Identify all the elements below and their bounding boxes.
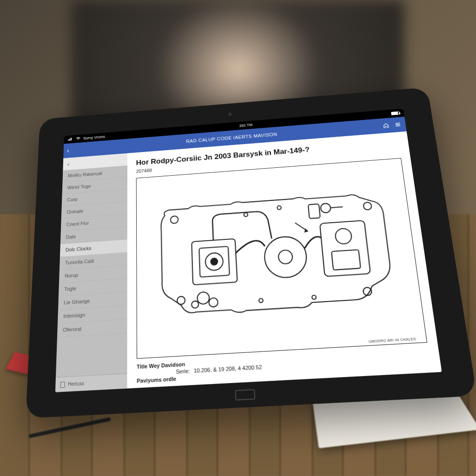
sidebar-list: Mniliry Ræanual Wiriel Toge Curp Oninale… bbox=[56, 165, 127, 377]
svg-point-26 bbox=[259, 298, 263, 303]
svg-point-24 bbox=[244, 213, 248, 217]
sidebar-footer-button[interactable]: Hericas bbox=[55, 373, 127, 392]
tablet-home-button[interactable] bbox=[235, 389, 255, 401]
svg-rect-0 bbox=[68, 139, 69, 141]
svg-point-23 bbox=[192, 301, 198, 308]
svg-point-8 bbox=[177, 296, 185, 304]
svg-rect-3 bbox=[395, 123, 400, 124]
meta-partnum-label: Paviyums ordle bbox=[137, 376, 180, 384]
mechanical-diagram bbox=[137, 159, 427, 358]
home-icon[interactable] bbox=[383, 122, 390, 128]
svg-point-17 bbox=[335, 228, 352, 245]
svg-point-13 bbox=[210, 258, 218, 266]
svg-rect-1 bbox=[69, 139, 70, 140]
svg-point-21 bbox=[197, 292, 209, 304]
svg-point-20 bbox=[320, 203, 331, 213]
sidebar: ‹ Mniliry Ræanual Wiriel Toge Curp Onina… bbox=[55, 153, 127, 392]
status-time: 291 TM bbox=[239, 123, 252, 128]
svg-rect-2 bbox=[71, 138, 72, 140]
svg-rect-4 bbox=[396, 124, 400, 125]
tablet-camera bbox=[228, 112, 232, 116]
svg-point-25 bbox=[277, 206, 281, 210]
svg-point-14 bbox=[264, 236, 308, 279]
tablet-device: Survy Vroms 291 TM ‹ RAD CALUP CODE IAER… bbox=[26, 87, 476, 418]
svg-rect-5 bbox=[396, 126, 400, 126]
signal-icon bbox=[68, 137, 73, 141]
svg-point-22 bbox=[209, 298, 218, 307]
battery-icon bbox=[391, 112, 399, 115]
document-icon bbox=[60, 382, 65, 388]
back-button[interactable]: ‹ bbox=[67, 143, 72, 158]
chevron-left-icon: ‹ bbox=[67, 147, 70, 154]
app-title: RAD CALUP CODE IAERTS MAVISON bbox=[186, 132, 277, 144]
svg-rect-19 bbox=[308, 204, 320, 219]
menu-icon[interactable] bbox=[394, 121, 401, 127]
svg-point-7 bbox=[363, 202, 372, 210]
svg-rect-18 bbox=[331, 250, 361, 270]
wifi-icon bbox=[76, 136, 81, 141]
app-screen: Survy Vroms 291 TM ‹ RAD CALUP CODE IAER… bbox=[55, 109, 442, 392]
carrier-label: Survy Vroms bbox=[83, 135, 105, 140]
chevron-left-icon: ‹ bbox=[67, 161, 69, 167]
svg-point-15 bbox=[278, 250, 293, 264]
diagram-container[interactable]: UMODRO ARI IN CHALES bbox=[136, 158, 427, 359]
svg-point-6 bbox=[171, 216, 178, 224]
svg-point-27 bbox=[312, 295, 317, 299]
main-content: Hor Rodpy-Corsiic Jn 2003 Barsysk in Mar… bbox=[127, 132, 442, 389]
meta-serie-label: Serie: bbox=[161, 368, 190, 375]
